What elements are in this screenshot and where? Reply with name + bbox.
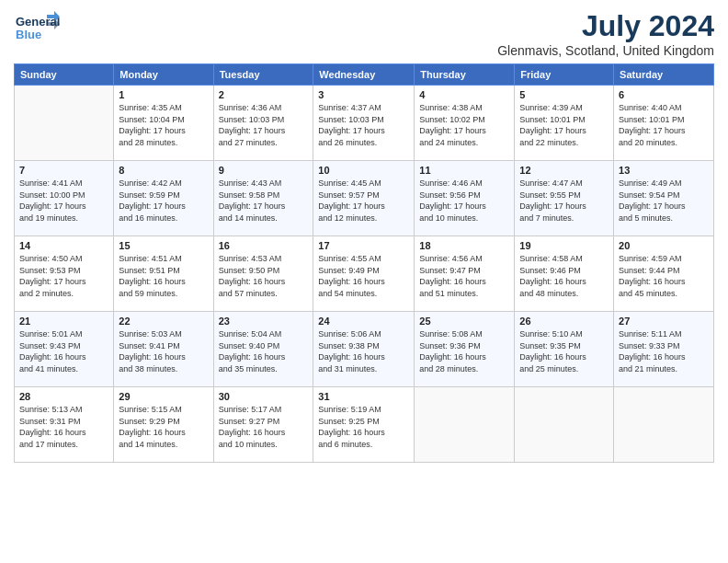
day-info: Sunrise: 5:10 AM Sunset: 9:35 PM Dayligh… bbox=[519, 328, 609, 374]
table-row: 2Sunrise: 4:36 AM Sunset: 10:03 PM Dayli… bbox=[213, 86, 313, 161]
day-info: Sunrise: 5:11 AM Sunset: 9:33 PM Dayligh… bbox=[619, 328, 709, 374]
day-info: Sunrise: 4:45 AM Sunset: 9:57 PM Dayligh… bbox=[318, 178, 409, 224]
day-info: Sunrise: 4:46 AM Sunset: 9:56 PM Dayligh… bbox=[419, 178, 509, 224]
day-number: 28 bbox=[19, 391, 108, 402]
day-number: 31 bbox=[318, 391, 409, 402]
table-row: 1Sunrise: 4:35 AM Sunset: 10:04 PM Dayli… bbox=[114, 86, 213, 161]
col-wednesday: Wednesday bbox=[313, 64, 415, 86]
day-info: Sunrise: 5:06 AM Sunset: 9:38 PM Dayligh… bbox=[318, 328, 409, 374]
table-row: 16Sunrise: 4:53 AM Sunset: 9:50 PM Dayli… bbox=[213, 236, 313, 312]
day-info: Sunrise: 4:38 AM Sunset: 10:02 PM Daylig… bbox=[419, 102, 509, 148]
table-row: 15Sunrise: 4:51 AM Sunset: 9:51 PM Dayli… bbox=[114, 236, 213, 312]
day-info: Sunrise: 4:40 AM Sunset: 10:01 PM Daylig… bbox=[619, 102, 709, 148]
table-row: 17Sunrise: 4:55 AM Sunset: 9:49 PM Dayli… bbox=[313, 236, 415, 312]
logo: General Blue bbox=[14, 9, 60, 48]
day-number: 3 bbox=[318, 89, 409, 100]
table-row: 11Sunrise: 4:46 AM Sunset: 9:56 PM Dayli… bbox=[415, 161, 515, 236]
table-row bbox=[415, 387, 515, 463]
table-row: 20Sunrise: 4:59 AM Sunset: 9:44 PM Dayli… bbox=[614, 236, 714, 312]
day-number: 7 bbox=[19, 165, 108, 176]
day-info: Sunrise: 4:50 AM Sunset: 9:53 PM Dayligh… bbox=[19, 253, 108, 299]
day-number: 12 bbox=[519, 165, 609, 176]
col-saturday: Saturday bbox=[614, 64, 714, 86]
calendar: Sunday Monday Tuesday Wednesday Thursday… bbox=[14, 63, 714, 463]
day-info: Sunrise: 4:56 AM Sunset: 9:47 PM Dayligh… bbox=[419, 253, 509, 299]
page: General Blue July 2024 Glenmavis, Scotla… bbox=[0, 0, 728, 563]
day-number: 20 bbox=[619, 240, 709, 251]
table-row: 26Sunrise: 5:10 AM Sunset: 9:35 PM Dayli… bbox=[515, 312, 614, 387]
title-block: July 2024 Glenmavis, Scotland, United Ki… bbox=[497, 9, 714, 58]
day-number: 13 bbox=[619, 165, 709, 176]
day-info: Sunrise: 4:47 AM Sunset: 9:55 PM Dayligh… bbox=[519, 178, 609, 224]
day-info: Sunrise: 4:37 AM Sunset: 10:03 PM Daylig… bbox=[318, 102, 409, 148]
day-info: Sunrise: 5:15 AM Sunset: 9:29 PM Dayligh… bbox=[119, 404, 208, 450]
svg-text:Blue: Blue bbox=[16, 28, 41, 41]
month-title: July 2024 bbox=[497, 9, 714, 43]
day-number: 21 bbox=[19, 316, 108, 327]
day-number: 4 bbox=[419, 89, 509, 100]
day-info: Sunrise: 4:58 AM Sunset: 9:46 PM Dayligh… bbox=[519, 253, 609, 299]
calendar-week-2: 7Sunrise: 4:41 AM Sunset: 10:00 PM Dayli… bbox=[15, 161, 714, 236]
day-number: 24 bbox=[318, 316, 409, 327]
table-row: 4Sunrise: 4:38 AM Sunset: 10:02 PM Dayli… bbox=[415, 86, 515, 161]
header: General Blue July 2024 Glenmavis, Scotla… bbox=[14, 9, 714, 58]
day-number: 23 bbox=[219, 316, 309, 327]
day-number: 8 bbox=[119, 165, 208, 176]
table-row bbox=[515, 387, 614, 463]
col-sunday: Sunday bbox=[15, 64, 114, 86]
table-row: 6Sunrise: 4:40 AM Sunset: 10:01 PM Dayli… bbox=[614, 86, 714, 161]
calendar-week-4: 21Sunrise: 5:01 AM Sunset: 9:43 PM Dayli… bbox=[15, 312, 714, 387]
day-info: Sunrise: 4:51 AM Sunset: 9:51 PM Dayligh… bbox=[119, 253, 208, 299]
day-number: 27 bbox=[619, 316, 709, 327]
calendar-week-1: 1Sunrise: 4:35 AM Sunset: 10:04 PM Dayli… bbox=[15, 86, 714, 161]
col-tuesday: Tuesday bbox=[213, 64, 313, 86]
table-row: 30Sunrise: 5:17 AM Sunset: 9:27 PM Dayli… bbox=[213, 387, 313, 463]
col-thursday: Thursday bbox=[415, 64, 515, 86]
day-info: Sunrise: 5:19 AM Sunset: 9:25 PM Dayligh… bbox=[318, 404, 409, 450]
day-number: 15 bbox=[119, 240, 208, 251]
table-row: 22Sunrise: 5:03 AM Sunset: 9:41 PM Dayli… bbox=[114, 312, 213, 387]
day-info: Sunrise: 5:03 AM Sunset: 9:41 PM Dayligh… bbox=[119, 328, 208, 374]
day-info: Sunrise: 4:35 AM Sunset: 10:04 PM Daylig… bbox=[119, 102, 208, 148]
table-row: 31Sunrise: 5:19 AM Sunset: 9:25 PM Dayli… bbox=[313, 387, 415, 463]
day-number: 30 bbox=[219, 391, 309, 402]
day-number: 17 bbox=[318, 240, 409, 251]
table-row: 28Sunrise: 5:13 AM Sunset: 9:31 PM Dayli… bbox=[15, 387, 114, 463]
calendar-week-3: 14Sunrise: 4:50 AM Sunset: 9:53 PM Dayli… bbox=[15, 236, 714, 312]
table-row: 23Sunrise: 5:04 AM Sunset: 9:40 PM Dayli… bbox=[213, 312, 313, 387]
day-number: 16 bbox=[219, 240, 309, 251]
day-info: Sunrise: 5:01 AM Sunset: 9:43 PM Dayligh… bbox=[19, 328, 108, 374]
day-info: Sunrise: 4:42 AM Sunset: 9:59 PM Dayligh… bbox=[119, 178, 208, 224]
table-row: 5Sunrise: 4:39 AM Sunset: 10:01 PM Dayli… bbox=[515, 86, 614, 161]
table-row: 9Sunrise: 4:43 AM Sunset: 9:58 PM Daylig… bbox=[213, 161, 313, 236]
day-number: 19 bbox=[519, 240, 609, 251]
day-number: 11 bbox=[419, 165, 509, 176]
day-number: 18 bbox=[419, 240, 509, 251]
day-info: Sunrise: 4:53 AM Sunset: 9:50 PM Dayligh… bbox=[219, 253, 309, 299]
calendar-header-row: Sunday Monday Tuesday Wednesday Thursday… bbox=[15, 64, 714, 86]
day-info: Sunrise: 5:04 AM Sunset: 9:40 PM Dayligh… bbox=[219, 328, 309, 374]
day-info: Sunrise: 4:43 AM Sunset: 9:58 PM Dayligh… bbox=[219, 178, 309, 224]
table-row: 14Sunrise: 4:50 AM Sunset: 9:53 PM Dayli… bbox=[15, 236, 114, 312]
table-row: 29Sunrise: 5:15 AM Sunset: 9:29 PM Dayli… bbox=[114, 387, 213, 463]
day-number: 2 bbox=[219, 89, 309, 100]
location: Glenmavis, Scotland, United Kingdom bbox=[497, 43, 714, 58]
day-info: Sunrise: 4:36 AM Sunset: 10:03 PM Daylig… bbox=[219, 102, 309, 148]
table-row: 21Sunrise: 5:01 AM Sunset: 9:43 PM Dayli… bbox=[15, 312, 114, 387]
day-info: Sunrise: 4:59 AM Sunset: 9:44 PM Dayligh… bbox=[619, 253, 709, 299]
day-number: 29 bbox=[119, 391, 208, 402]
table-row: 25Sunrise: 5:08 AM Sunset: 9:36 PM Dayli… bbox=[415, 312, 515, 387]
day-number: 22 bbox=[119, 316, 208, 327]
table-row: 19Sunrise: 4:58 AM Sunset: 9:46 PM Dayli… bbox=[515, 236, 614, 312]
day-info: Sunrise: 5:17 AM Sunset: 9:27 PM Dayligh… bbox=[219, 404, 309, 450]
logo-svg: General Blue bbox=[14, 9, 60, 48]
day-number: 10 bbox=[318, 165, 409, 176]
col-friday: Friday bbox=[515, 64, 614, 86]
table-row: 3Sunrise: 4:37 AM Sunset: 10:03 PM Dayli… bbox=[313, 86, 415, 161]
day-number: 25 bbox=[419, 316, 509, 327]
table-row: 7Sunrise: 4:41 AM Sunset: 10:00 PM Dayli… bbox=[15, 161, 114, 236]
col-monday: Monday bbox=[114, 64, 213, 86]
day-info: Sunrise: 5:13 AM Sunset: 9:31 PM Dayligh… bbox=[19, 404, 108, 450]
day-info: Sunrise: 4:41 AM Sunset: 10:00 PM Daylig… bbox=[19, 178, 108, 224]
table-row bbox=[614, 387, 714, 463]
